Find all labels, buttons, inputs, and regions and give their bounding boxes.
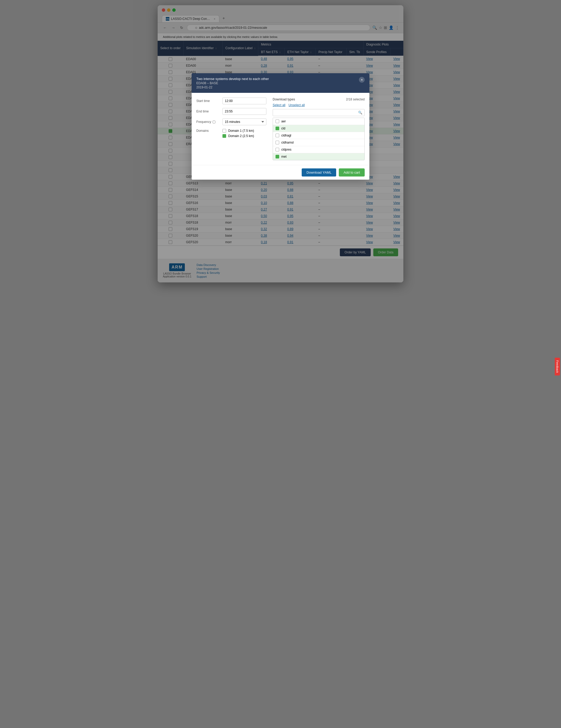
modal-download-types: Download types 2/18 selected Select all … [273, 98, 365, 160]
modal-container: Two intense systems develop next to each… [192, 73, 369, 180]
add-to-cart-button[interactable]: Add to cart [339, 168, 365, 177]
download-item-checkbox[interactable] [276, 148, 279, 151]
download-item-checkbox[interactable] [276, 155, 279, 158]
domain2-checkbox[interactable] [223, 134, 226, 138]
modal-header-info: Two intense systems develop next to each… [196, 77, 269, 89]
download-types-title: Download types [273, 98, 295, 101]
download-item-label: cld [281, 127, 285, 130]
modal-header: Two intense systems develop next to each… [192, 73, 369, 93]
end-time-label: End time [196, 110, 220, 113]
modal-subtitle2: 2019-01-22 [196, 86, 269, 89]
modal-footer: Download YAML Add to cart [192, 165, 369, 180]
select-links: Select all Unselect all [273, 103, 365, 107]
start-time-input[interactable] [223, 98, 267, 104]
download-search-input[interactable] [275, 111, 356, 115]
modal-body: Start time End time Frequency i [192, 93, 369, 165]
frequency-label: Frequency i [196, 120, 220, 124]
domain1-label: Domain 1 (7.5 km) [228, 129, 254, 133]
download-item[interactable]: cldhagl [273, 132, 364, 139]
download-item[interactable]: cldpres [273, 146, 364, 153]
download-item-checkbox[interactable] [276, 134, 279, 137]
download-item-label: cldhagl [281, 134, 291, 137]
domain1-item: Domain 1 (7.5 km) [223, 129, 254, 133]
download-item[interactable]: cld [273, 125, 364, 132]
domain2-item: Domain 2 (2.5 km) [223, 134, 254, 138]
download-search-box: 🔍 [273, 109, 365, 116]
download-item-label: cldhamsl [281, 141, 293, 144]
domain1-checkbox[interactable] [223, 129, 226, 133]
end-time-input[interactable] [223, 108, 267, 115]
download-item-label: met [281, 155, 286, 158]
domains-list: Domain 1 (7.5 km) Domain 2 (2.5 km) [223, 129, 254, 138]
search-icon: 🔍 [358, 111, 362, 115]
end-time-row: End time [196, 108, 267, 115]
domains-row: Domains Domain 1 (7.5 km) Domain 2 (2.5 … [196, 129, 267, 138]
download-item[interactable]: cldhamsl [273, 139, 364, 146]
domain2-label: Domain 2 (2.5 km) [228, 134, 254, 138]
download-item-label: aer [281, 120, 286, 123]
domains-label: Domains [196, 129, 220, 133]
download-item-label: cldpres [281, 148, 291, 151]
modal-subtitle1: EDA08 – BASE [196, 81, 269, 85]
download-item-checkbox[interactable] [276, 141, 279, 144]
download-item-checkbox[interactable] [276, 127, 279, 130]
download-yaml-button[interactable]: Download YAML [302, 168, 336, 177]
frequency-select[interactable]: 15 minutes [223, 118, 267, 125]
start-time-row: Start time [196, 98, 267, 104]
start-time-label: Start time [196, 99, 220, 103]
download-item[interactable]: met [273, 153, 364, 160]
modal-overlay: Two intense systems develop next to each… [158, 5, 403, 282]
download-types-header: Download types 2/18 selected [273, 98, 365, 101]
modal-title: Two intense systems develop next to each… [196, 77, 269, 81]
page-content: Additional plots related to metrics are … [158, 33, 403, 282]
unselect-all-link[interactable]: Unselect all [288, 103, 305, 107]
frequency-row: Frequency i 15 minutes [196, 118, 267, 125]
modal-close-button[interactable]: × [359, 77, 365, 83]
download-item-checkbox[interactable] [276, 120, 279, 123]
modal-form: Start time End time Frequency i [196, 98, 267, 160]
feedback-tab[interactable]: Feedback [555, 358, 560, 376]
select-all-link[interactable]: Select all [273, 103, 285, 107]
download-item[interactable]: aer [273, 118, 364, 125]
frequency-info-icon[interactable]: i [212, 120, 216, 124]
selected-count: 2/18 selected [346, 98, 365, 101]
download-list: aercldcldhaglcldhamslcldpresmet [273, 118, 365, 160]
browser-window: ARM LASSO-CACTI Deep Convect... × + ← → … [158, 5, 403, 282]
